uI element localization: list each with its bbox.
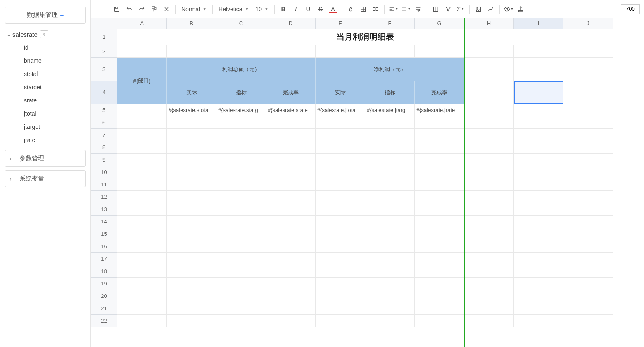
borders-icon[interactable] xyxy=(358,4,368,14)
cell[interactable] xyxy=(216,240,266,253)
cell[interactable] xyxy=(514,129,563,141)
cell[interactable] xyxy=(365,166,415,178)
cell[interactable] xyxy=(365,265,415,278)
cell[interactable] xyxy=(514,191,563,203)
column-header[interactable]: G xyxy=(415,18,464,29)
cell[interactable] xyxy=(316,253,365,265)
cell[interactable] xyxy=(167,302,216,315)
row-header[interactable]: 6 xyxy=(91,116,117,129)
cell[interactable] xyxy=(266,141,316,154)
cell[interactable] xyxy=(167,228,216,240)
align-vertical-icon[interactable]: ▼ xyxy=(400,4,411,14)
row-header[interactable]: 1 xyxy=(91,29,117,45)
cell[interactable] xyxy=(365,302,415,315)
style-dropdown[interactable]: Normal▼ xyxy=(179,4,209,14)
cell[interactable] xyxy=(514,290,563,302)
cell[interactable] xyxy=(117,129,167,141)
cell[interactable] xyxy=(514,302,563,315)
cell[interactable] xyxy=(415,216,464,228)
cell[interactable] xyxy=(415,302,464,315)
cell[interactable] xyxy=(266,228,316,240)
cell[interactable] xyxy=(216,228,266,240)
field-item[interactable]: stotal xyxy=(12,67,87,81)
cell[interactable] xyxy=(514,116,563,129)
cell[interactable] xyxy=(464,228,514,240)
cell[interactable] xyxy=(563,240,613,253)
cell[interactable] xyxy=(464,178,514,191)
cell[interactable] xyxy=(563,81,613,104)
merge-cells-icon[interactable] xyxy=(370,4,381,14)
cell[interactable] xyxy=(316,315,365,327)
cell[interactable]: 完成率 xyxy=(266,81,316,104)
cell[interactable] xyxy=(316,191,365,203)
cell[interactable] xyxy=(167,240,216,253)
cell[interactable]: #{salesrate.starg xyxy=(216,104,266,116)
row-header[interactable]: 20 xyxy=(91,290,117,302)
row-header[interactable]: 3 xyxy=(91,58,117,81)
cell[interactable] xyxy=(167,315,216,327)
cell[interactable]: 指标 xyxy=(365,81,415,104)
cell[interactable] xyxy=(117,203,167,216)
cell[interactable] xyxy=(167,154,216,166)
row-header[interactable]: 15 xyxy=(91,228,117,240)
cell[interactable] xyxy=(167,278,216,290)
row-header[interactable]: 19 xyxy=(91,278,117,290)
cell[interactable] xyxy=(117,104,167,116)
filter-icon[interactable] xyxy=(443,4,454,14)
cell[interactable] xyxy=(464,278,514,290)
italic-icon[interactable]: I xyxy=(290,4,301,14)
format-painter-icon[interactable] xyxy=(149,4,159,14)
cell[interactable] xyxy=(563,203,613,216)
cell[interactable] xyxy=(464,129,514,141)
cell[interactable] xyxy=(563,253,613,265)
cell[interactable] xyxy=(514,265,563,278)
cell[interactable] xyxy=(266,166,316,178)
cell[interactable] xyxy=(415,178,464,191)
cell[interactable] xyxy=(117,240,167,253)
row-header[interactable]: 22 xyxy=(91,315,117,327)
cell[interactable] xyxy=(514,315,563,327)
cell[interactable] xyxy=(514,45,563,58)
cell[interactable] xyxy=(415,290,464,302)
chart-icon[interactable] xyxy=(485,4,496,14)
cell[interactable] xyxy=(216,45,266,58)
cell[interactable] xyxy=(216,203,266,216)
field-item[interactable]: id xyxy=(12,41,87,54)
cell[interactable] xyxy=(415,253,464,265)
cell[interactable] xyxy=(316,129,365,141)
cell[interactable] xyxy=(117,228,167,240)
cell[interactable] xyxy=(167,216,216,228)
cell[interactable] xyxy=(216,129,266,141)
cell[interactable] xyxy=(514,166,563,178)
cell[interactable] xyxy=(117,265,167,278)
row-header[interactable]: 17 xyxy=(91,253,117,265)
cell[interactable] xyxy=(415,240,464,253)
cell[interactable] xyxy=(167,45,216,58)
freeze-icon[interactable] xyxy=(430,4,441,14)
cell[interactable] xyxy=(563,178,613,191)
cell[interactable] xyxy=(365,191,415,203)
cell[interactable]: 指标 xyxy=(216,81,266,104)
cell[interactable] xyxy=(464,154,514,166)
cell[interactable]: #{salesrate.jrate xyxy=(415,104,464,116)
cell[interactable] xyxy=(365,178,415,191)
row-header[interactable]: 13 xyxy=(91,203,117,216)
column-header[interactable]: F xyxy=(365,18,415,29)
image-icon[interactable] xyxy=(473,4,484,14)
cell[interactable] xyxy=(365,141,415,154)
cell[interactable] xyxy=(415,315,464,327)
row-header[interactable]: 21 xyxy=(91,302,117,315)
cell[interactable] xyxy=(117,290,167,302)
cell[interactable] xyxy=(216,141,266,154)
cell[interactable] xyxy=(514,278,563,290)
cell[interactable] xyxy=(464,265,514,278)
align-horizontal-icon[interactable]: ▼ xyxy=(388,4,399,14)
cell[interactable] xyxy=(464,116,514,129)
cell[interactable] xyxy=(563,166,613,178)
cell[interactable] xyxy=(464,104,514,116)
cell[interactable] xyxy=(365,45,415,58)
cell[interactable] xyxy=(316,278,365,290)
cell[interactable] xyxy=(266,216,316,228)
column-header[interactable]: E xyxy=(316,18,365,29)
cell[interactable] xyxy=(266,191,316,203)
